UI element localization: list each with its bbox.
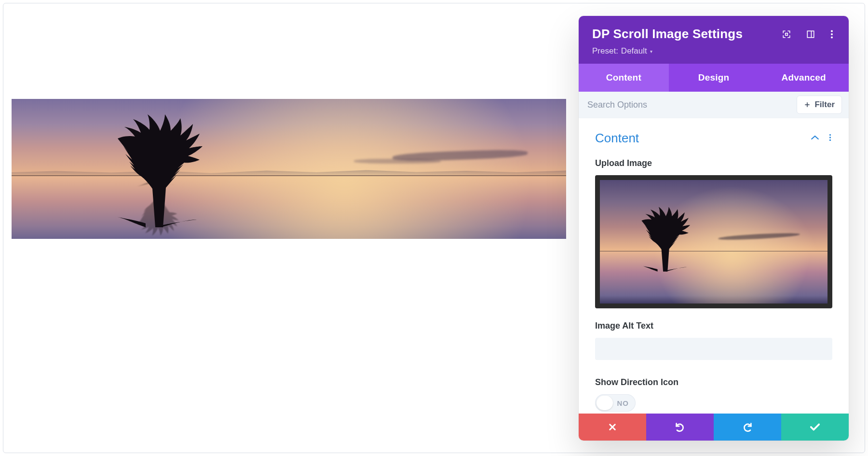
sky-gradient xyxy=(12,99,566,239)
section-header: Content xyxy=(595,118,832,154)
canvas: DP Scroll Image Settings xyxy=(0,0,868,456)
svg-point-6 xyxy=(829,137,831,138)
show-direction-toggle[interactable]: NO xyxy=(595,394,636,412)
panel-scroll[interactable]: Content Upload Image xyxy=(579,118,849,414)
sidebar-layout-icon xyxy=(806,30,815,39)
svg-rect-1 xyxy=(807,31,814,38)
upload-image-preview xyxy=(600,180,827,304)
undo-icon xyxy=(675,422,685,432)
upload-image-label: Upload Image xyxy=(595,158,832,168)
preset-value: Default xyxy=(621,46,647,56)
check-icon xyxy=(810,423,820,431)
tree-silhouette xyxy=(625,196,702,285)
preset-selector[interactable]: Preset: Default ▾ xyxy=(592,46,835,56)
collapse-section-button[interactable] xyxy=(810,134,820,143)
tab-advanced[interactable]: Advanced xyxy=(759,64,849,92)
section-more-button[interactable] xyxy=(828,132,832,144)
svg-point-2 xyxy=(831,30,833,32)
expand-fullscreen-button[interactable] xyxy=(780,28,793,41)
toggle-knob xyxy=(597,396,613,410)
more-vertical-icon xyxy=(830,30,833,39)
panel-footer xyxy=(579,414,849,441)
svg-point-5 xyxy=(829,134,831,136)
undo-button[interactable] xyxy=(646,414,714,441)
tabs: Content Design Advanced xyxy=(579,64,849,92)
toggle-state: NO xyxy=(617,399,629,407)
filter-button[interactable]: Filter xyxy=(797,96,842,114)
preview-scroll-image xyxy=(12,99,566,239)
cloud xyxy=(354,159,441,164)
section-title: Content xyxy=(595,131,639,146)
cancel-button[interactable] xyxy=(579,414,646,441)
svg-point-3 xyxy=(831,33,833,35)
show-direction-label: Show Direction Icon xyxy=(595,377,832,387)
svg-point-7 xyxy=(829,139,831,141)
plus-icon xyxy=(804,101,811,108)
image-alt-label: Image Alt Text xyxy=(595,321,832,331)
close-icon xyxy=(608,423,617,431)
settings-panel: DP Scroll Image Settings xyxy=(579,16,849,441)
tab-design[interactable]: Design xyxy=(669,64,759,92)
tab-content[interactable]: Content xyxy=(579,64,669,92)
tree-reflection xyxy=(89,176,224,239)
panel-header: DP Scroll Image Settings xyxy=(579,16,849,64)
more-vertical-icon xyxy=(829,133,831,142)
panel-title: DP Scroll Image Settings xyxy=(592,27,743,41)
search-row: Filter xyxy=(579,92,849,118)
svg-point-4 xyxy=(831,36,833,38)
fullscreen-icon xyxy=(782,30,791,39)
upload-image-button[interactable] xyxy=(595,175,832,308)
snap-layout-button[interactable] xyxy=(804,28,817,41)
svg-rect-0 xyxy=(786,33,788,35)
save-button[interactable] xyxy=(781,414,849,441)
caret-down-icon: ▾ xyxy=(650,49,652,54)
filter-label: Filter xyxy=(814,100,835,110)
preset-label: Preset: xyxy=(592,46,618,56)
redo-icon xyxy=(742,422,753,432)
chevron-up-icon xyxy=(811,135,819,140)
more-options-button[interactable] xyxy=(828,28,835,41)
search-input[interactable] xyxy=(579,92,795,118)
image-alt-input[interactable] xyxy=(595,338,832,360)
redo-button[interactable] xyxy=(714,414,781,441)
